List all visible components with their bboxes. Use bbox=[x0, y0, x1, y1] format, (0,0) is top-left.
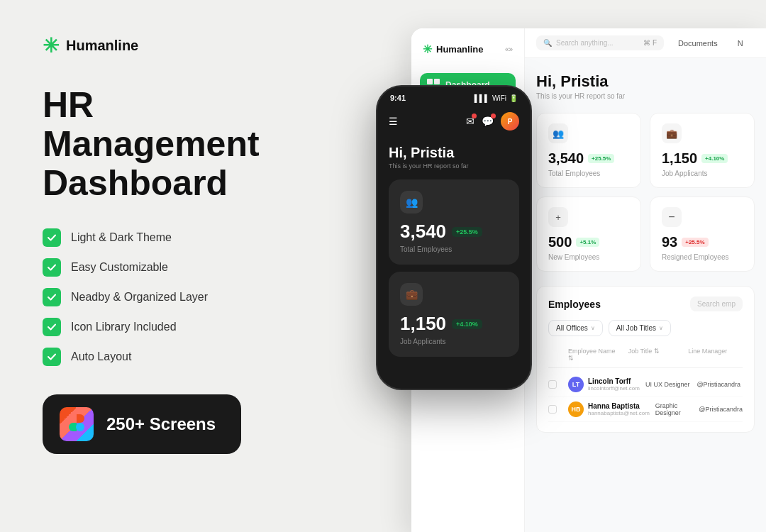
mobile-job-applicants-badge: +4.10% bbox=[452, 319, 482, 329]
keyboard-shortcut: ⌘ F bbox=[643, 39, 657, 47]
job-applicants-icon: 💼 bbox=[662, 123, 682, 143]
chat-icon[interactable]: 💬 bbox=[482, 116, 494, 127]
heading-line1: HR Management bbox=[43, 85, 260, 164]
phone-content: Hi, Pristia This is your HR report so fa… bbox=[377, 136, 531, 372]
employee-manager: @Pristiacandra bbox=[699, 406, 743, 413]
col-employee-name: Employee Name ⇅ bbox=[568, 348, 623, 362]
topbar: 🔍 Search anything... ⌘ F Documents N bbox=[525, 28, 766, 58]
stat-new-employees: + 500 +5.1% New Employees bbox=[536, 196, 641, 272]
search-bar[interactable]: 🔍 Search anything... ⌘ F bbox=[536, 35, 664, 50]
total-employees-icon: 👥 bbox=[548, 123, 568, 143]
feature-item: Easy Customizable bbox=[43, 258, 312, 277]
new-employees-icon: + bbox=[548, 207, 568, 227]
left-panel: ✳ Humanline HR Management Dashboard Ligh… bbox=[0, 0, 355, 532]
employee-avatar: HB bbox=[568, 401, 584, 417]
feature-item: Neadby & Organized Layer bbox=[43, 288, 312, 306]
total-employees-label: Total Employees bbox=[548, 170, 629, 177]
row-checkbox[interactable] bbox=[548, 380, 557, 389]
new-employees-label: New Employees bbox=[548, 253, 629, 261]
svg-point-0 bbox=[76, 423, 84, 431]
col-job-title: Job Title ⇅ bbox=[628, 348, 683, 362]
job-applicants-badge: +4.10% bbox=[701, 154, 728, 163]
employee-search[interactable]: Search emp bbox=[690, 297, 743, 311]
table-row: LT Lincoln Torff lincolntorff@net.com UI… bbox=[548, 372, 743, 397]
mobile-stat-total-employees: 👥 3,540 +25.5% Total Employees bbox=[389, 179, 519, 265]
mobile-total-employees-label: Total Employees bbox=[400, 245, 508, 253]
mobile-total-employees-badge: +25.5% bbox=[452, 227, 482, 237]
mobile-applicants-icon: 💼 bbox=[400, 283, 423, 306]
total-employees-badge: +25.5% bbox=[588, 154, 614, 163]
phone-action-icons: ✉ 💬 P bbox=[466, 112, 519, 131]
menu-icon[interactable]: ☰ bbox=[389, 116, 398, 127]
check-badge bbox=[43, 318, 61, 336]
stat-total-employees: 👥 3,540 +25.5% Total Employees bbox=[536, 113, 641, 188]
table-row: HB Hanna Baptista hannabaptista@net.com … bbox=[548, 397, 743, 422]
chat-badge bbox=[491, 113, 496, 118]
main-heading: HR Management Dashboard bbox=[43, 86, 312, 203]
phone-topbar: ☰ ✉ 💬 P bbox=[377, 106, 531, 136]
employee-job-title: UI UX Designer bbox=[645, 381, 692, 388]
feature-label: Neadby & Organized Layer bbox=[71, 291, 208, 304]
screens-count: 250+ Screens bbox=[106, 414, 216, 434]
resigned-employees-value: 93 +25.5% bbox=[662, 234, 743, 250]
mobile-total-employees-value: 3,540 +25.5% bbox=[400, 221, 508, 243]
search-placeholder: Search anything... bbox=[556, 39, 614, 47]
resigned-employees-icon: − bbox=[662, 207, 682, 227]
phone-greeting: Hi, Pristia bbox=[389, 145, 519, 161]
feature-item: Light & Dark Theme bbox=[43, 228, 312, 247]
topbar-documents-tab[interactable]: Documents bbox=[672, 36, 723, 50]
employee-name-cell: HB Hanna Baptista hannabaptista@net.com bbox=[568, 401, 650, 417]
greeting-subtitle: This is your HR report so far bbox=[536, 92, 755, 100]
brand-name: Humanline bbox=[66, 38, 138, 54]
employee-name: Lincoln Torff bbox=[588, 377, 640, 385]
new-employees-badge: +5.1% bbox=[576, 238, 599, 247]
offices-filter[interactable]: All Offices ∨ bbox=[548, 320, 603, 336]
greeting-section: Hi, Pristia This is your HR report so fa… bbox=[536, 72, 755, 100]
job-applicants-label: Job Applicants bbox=[662, 170, 743, 177]
row-checkbox[interactable] bbox=[548, 405, 557, 414]
phone-status-bar: 9:41 ▌▌▌ WiFi 🔋 bbox=[377, 87, 531, 106]
mobile-phone: 9:41 ▌▌▌ WiFi 🔋 ☰ ✉ 💬 P bbox=[376, 85, 532, 390]
mobile-employees-icon: 👥 bbox=[400, 191, 423, 214]
employee-job-title: Graphic Designer bbox=[655, 402, 693, 416]
search-icon: 🔍 bbox=[543, 39, 552, 47]
stats-grid: 👥 3,540 +25.5% Total Employees 💼 1,150 +… bbox=[536, 113, 755, 272]
collapse-icon[interactable]: «» bbox=[505, 45, 513, 53]
stat-resigned-employees: − 93 +25.5% Resigned Employees bbox=[650, 196, 755, 272]
greeting-hi: Hi, Pristia bbox=[536, 72, 755, 91]
table-header: Employee Name ⇅ Job Title ⇅ Line Manager bbox=[548, 345, 743, 368]
mobile-job-applicants-label: Job Applicants bbox=[400, 338, 508, 345]
resigned-employees-label: Resigned Employees bbox=[662, 253, 743, 261]
feature-item: Auto Layout bbox=[43, 348, 312, 366]
sidebar-asterisk-icon: ✳ bbox=[423, 43, 432, 56]
employee-manager: @Pristiacandra bbox=[696, 381, 743, 388]
dashboard-content: Hi, Pristia This is your HR report so fa… bbox=[525, 58, 766, 532]
feature-label: Light & Dark Theme bbox=[71, 231, 172, 244]
wifi-icon: WiFi bbox=[492, 94, 506, 102]
topbar-notifications-tab[interactable]: N bbox=[732, 36, 749, 50]
job-titles-chevron-icon: ∨ bbox=[659, 325, 663, 331]
employees-section: Employees Search emp All Offices ∨ All J… bbox=[536, 286, 755, 433]
resigned-employees-badge: +25.5% bbox=[682, 238, 708, 247]
feature-label: Icon Library Included bbox=[71, 321, 177, 333]
feature-label: Easy Customizable bbox=[71, 261, 168, 274]
employee-info: Hanna Baptista hannabaptista@net.com bbox=[588, 402, 650, 416]
feature-label: Auto Layout bbox=[71, 350, 131, 363]
brand-logo: ✳ Humanline bbox=[43, 34, 312, 57]
mobile-job-applicants-value: 1,150 +4.10% bbox=[400, 313, 508, 335]
employee-name: Hanna Baptista bbox=[588, 402, 650, 410]
job-titles-filter[interactable]: All Job Titles ∨ bbox=[609, 320, 671, 336]
status-time: 9:41 bbox=[390, 94, 406, 102]
mail-icon[interactable]: ✉ bbox=[466, 116, 474, 127]
signal-icon: ▌▌▌ bbox=[474, 94, 489, 102]
sidebar-brand-name: Humanline bbox=[436, 44, 483, 55]
user-avatar[interactable]: P bbox=[501, 112, 519, 131]
mobile-stat-job-applicants: 💼 1,150 +4.10% Job Applicants bbox=[389, 272, 519, 357]
employee-avatar: LT bbox=[568, 377, 584, 392]
check-badge bbox=[43, 348, 61, 366]
employee-email: lincolntorff@net.com bbox=[588, 385, 640, 392]
phone-greeting-subtitle: This is your HR report so far bbox=[389, 162, 519, 170]
total-employees-value: 3,540 +25.5% bbox=[548, 150, 629, 167]
offices-chevron-icon: ∨ bbox=[591, 325, 595, 331]
dashboard-main: 🔍 Search anything... ⌘ F Documents N Hi,… bbox=[525, 28, 766, 532]
